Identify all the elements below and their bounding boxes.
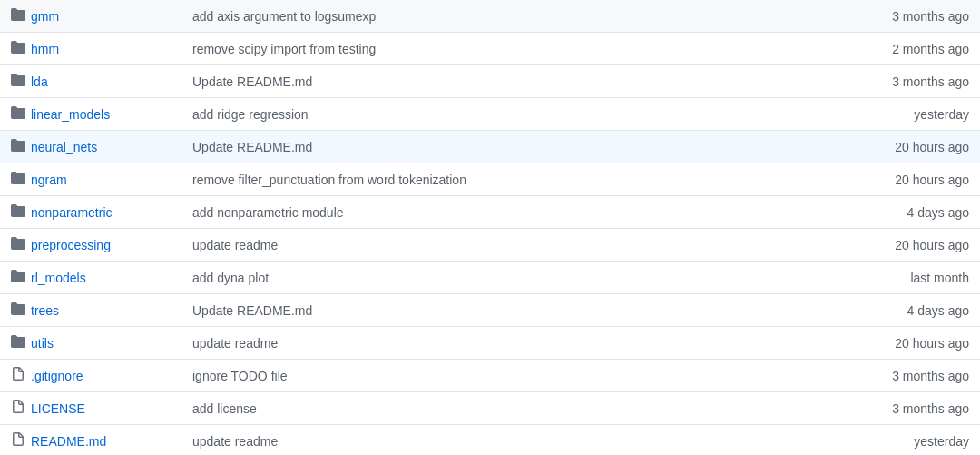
table-row: nonparametric add nonparametric module 4… <box>0 196 980 229</box>
file-name: trees <box>31 303 59 318</box>
file-name: gmm <box>31 9 59 24</box>
commit-message: update readme <box>192 434 278 449</box>
file-name: lda <box>31 74 48 89</box>
commit-message: Update README.md <box>192 140 312 154</box>
commit-message: add axis argument to logsumexp <box>192 9 376 24</box>
commit-message: remove filter_punctuation from word toke… <box>192 173 466 187</box>
time-cell: 4 days ago <box>740 294 980 327</box>
file-link[interactable]: lda <box>11 73 48 90</box>
file-name: rl_models <box>31 271 86 285</box>
commit-message-cell: add axis argument to logsumexp <box>181 0 740 33</box>
commit-message: add nonparametric module <box>192 205 344 220</box>
commit-message-cell: add ridge regression <box>181 98 740 131</box>
time-cell: 20 hours ago <box>740 131 980 163</box>
commit-message: remove scipy import from testing <box>192 42 376 56</box>
file-link[interactable]: linear_models <box>11 105 110 123</box>
file-link[interactable]: gmm <box>11 7 59 25</box>
file-name-cell: linear_models <box>0 98 181 131</box>
commit-message: add dyna plot <box>192 271 269 285</box>
time-ago: 4 days ago <box>907 205 970 220</box>
file-name: preprocessing <box>31 238 111 252</box>
commit-message-cell: ignore TODO file <box>181 360 740 392</box>
time-cell: 20 hours ago <box>740 327 980 360</box>
table-row: trees Update README.md 4 days ago <box>0 294 980 327</box>
folder-icon <box>11 40 25 57</box>
file-name-cell: ngram <box>0 163 181 196</box>
time-ago: 20 hours ago <box>895 238 969 252</box>
file-icon <box>11 432 25 450</box>
commit-message-cell: remove filter_punctuation from word toke… <box>181 163 740 196</box>
folder-icon <box>11 334 25 351</box>
time-ago: 3 months ago <box>892 369 969 383</box>
time-cell: 20 hours ago <box>740 163 980 196</box>
file-link[interactable]: utils <box>11 334 54 351</box>
file-name: .gitignore <box>31 369 83 383</box>
table-row: neural_nets Update README.md 20 hours ag… <box>0 131 980 163</box>
time-ago: 4 days ago <box>907 303 970 318</box>
commit-message-cell: add dyna plot <box>181 262 740 294</box>
commit-message-cell: Update README.md <box>181 65 740 98</box>
commit-message-cell: add nonparametric module <box>181 196 740 229</box>
time-ago: 2 months ago <box>892 42 969 56</box>
file-link[interactable]: neural_nets <box>11 138 97 155</box>
time-cell: 3 months ago <box>740 65 980 98</box>
commit-message: update readme <box>192 238 278 252</box>
file-link[interactable]: LICENSE <box>11 400 85 417</box>
table-row: LICENSE add license 3 months ago <box>0 392 980 425</box>
table-row: utils update readme 20 hours ago <box>0 327 980 360</box>
file-name-cell: preprocessing <box>0 229 181 262</box>
file-name: neural_nets <box>31 140 97 154</box>
table-row: .gitignore ignore TODO file 3 months ago <box>0 360 980 392</box>
file-name-cell: lda <box>0 65 181 98</box>
commit-message-cell: add license <box>181 392 740 425</box>
table-row: README.md update readme yesterday <box>0 425 980 456</box>
commit-message: Update README.md <box>192 74 312 89</box>
file-link[interactable]: nonparametric <box>11 203 113 221</box>
folder-icon <box>11 138 25 155</box>
file-link[interactable]: README.md <box>11 432 106 450</box>
folder-icon <box>11 203 25 221</box>
table-row: preprocessing update readme 20 hours ago <box>0 229 980 262</box>
time-cell: last month <box>740 262 980 294</box>
time-ago: last month <box>910 271 969 285</box>
file-name: linear_models <box>31 107 110 122</box>
file-name: README.md <box>31 434 106 449</box>
file-link[interactable]: hmm <box>11 40 59 57</box>
file-name-cell: neural_nets <box>0 131 181 163</box>
commit-message: add ridge regression <box>192 107 309 122</box>
file-list-table: gmm add axis argument to logsumexp 3 mon… <box>0 0 980 455</box>
table-row: gmm add axis argument to logsumexp 3 mon… <box>0 0 980 33</box>
time-cell: 3 months ago <box>740 392 980 425</box>
commit-message-cell: update readme <box>181 327 740 360</box>
file-link[interactable]: .gitignore <box>11 367 83 384</box>
time-cell: yesterday <box>740 98 980 131</box>
file-link[interactable]: ngram <box>11 171 67 188</box>
folder-icon <box>11 302 25 319</box>
folder-icon <box>11 73 25 90</box>
file-name-cell: README.md <box>0 425 181 456</box>
file-name: ngram <box>31 173 67 187</box>
commit-message-cell: update readme <box>181 425 740 456</box>
table-row: ngram remove filter_punctuation from wor… <box>0 163 980 196</box>
file-name-cell: utils <box>0 327 181 360</box>
file-name-cell: trees <box>0 294 181 327</box>
commit-message-cell: update readme <box>181 229 740 262</box>
time-ago: 20 hours ago <box>895 173 969 187</box>
time-ago: 3 months ago <box>892 401 969 416</box>
file-name-cell: hmm <box>0 33 181 65</box>
file-link[interactable]: rl_models <box>11 269 86 286</box>
time-ago: yesterday <box>914 434 969 449</box>
commit-message-cell: remove scipy import from testing <box>181 33 740 65</box>
commit-message-cell: Update README.md <box>181 294 740 327</box>
file-link[interactable]: preprocessing <box>11 236 111 253</box>
table-row: linear_models add ridge regression yeste… <box>0 98 980 131</box>
time-cell: 3 months ago <box>740 0 980 33</box>
table-row: rl_models add dyna plot last month <box>0 262 980 294</box>
file-link[interactable]: trees <box>11 302 59 319</box>
folder-icon <box>11 269 25 286</box>
time-cell: yesterday <box>740 425 980 456</box>
file-name: nonparametric <box>31 205 113 220</box>
time-ago: 3 months ago <box>892 9 969 24</box>
table-row: lda Update README.md 3 months ago <box>0 65 980 98</box>
file-name: LICENSE <box>31 401 85 416</box>
